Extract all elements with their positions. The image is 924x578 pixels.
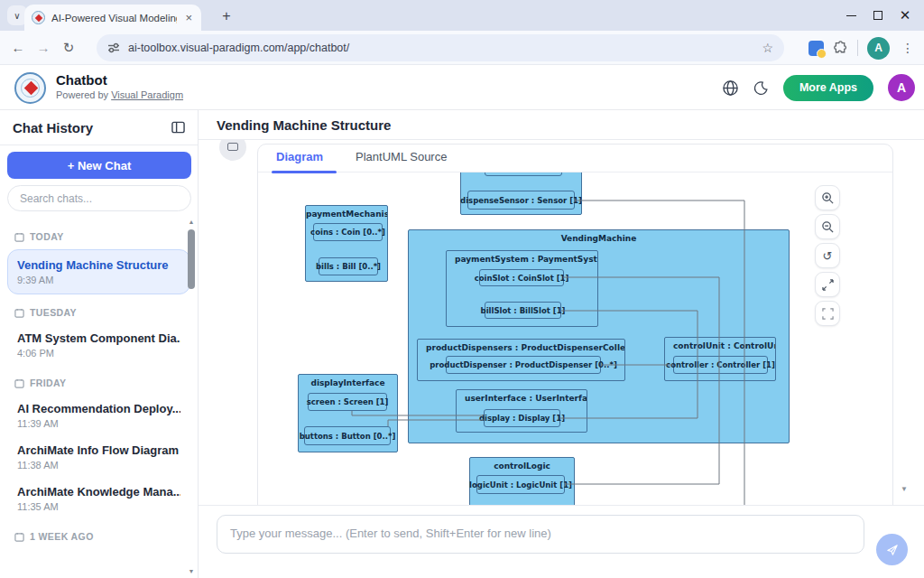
collapse-sidebar-icon[interactable]	[171, 121, 185, 134]
window-minimize-button[interactable]	[837, 3, 864, 28]
powered-by-text: Powered by Visual Paradigm	[56, 89, 183, 100]
visual-paradigm-logo-icon	[14, 72, 46, 104]
minimize-icon	[846, 15, 856, 16]
extension-badge-icon[interactable]	[808, 41, 824, 56]
chat-history-item[interactable]: ArchiMate Info Flow Diagram11:38 AM	[7, 437, 190, 477]
site-favicon-icon	[32, 11, 45, 24]
chat-group-label: 1 WEEK AGO	[14, 531, 183, 542]
search-chats-input[interactable]	[7, 185, 191, 211]
browser-menu-icon[interactable]: ⋮	[899, 41, 917, 55]
browser-tab[interactable]: AI-Powered Visual Modeling Ch ×	[24, 5, 201, 31]
paper-plane-icon	[885, 543, 900, 557]
uml-title: controlLogic	[470, 458, 574, 471]
uml-part-logicunit: logicUnit : LogicUnit [1]	[476, 475, 565, 494]
uml-part-coins: coins : Coin [0..*]	[313, 223, 383, 241]
back-icon[interactable]: ←	[5, 40, 31, 55]
address-bar[interactable]: ai-toolbox.visual-paradigm.com/app/chatb…	[97, 34, 784, 61]
window-maximize-button[interactable]	[864, 3, 892, 28]
chat-history-item[interactable]: ATM System Component Dia...4:06 PM	[7, 325, 190, 365]
expand-view-button[interactable]	[815, 272, 840, 297]
uml-part-buttons: buttons : Button [0..*]	[304, 426, 391, 445]
uml-title: paymentSystem : PaymentSystem [1]	[447, 251, 597, 264]
scroll-up-icon[interactable]: ▲	[187, 219, 196, 225]
new-chat-button[interactable]: + New Chat	[7, 152, 191, 179]
assistant-avatar	[219, 140, 246, 161]
more-apps-button[interactable]: More Apps	[783, 75, 873, 101]
visual-paradigm-link[interactable]: Visual Paradigm	[111, 89, 183, 100]
uml-part-bills: bills : Bill [0..*]	[319, 257, 378, 275]
dark-mode-moon-icon[interactable]	[753, 80, 769, 96]
chat-history-sidebar: Chat History + New Chat TODAYVending Mac…	[0, 110, 199, 578]
extensions-puzzle-icon[interactable]	[833, 41, 848, 56]
conversation-title: Vending Machine Structure	[217, 117, 391, 133]
uml-title: controlUnit : ControlUnit [1]	[665, 338, 775, 350]
site-settings-icon	[107, 42, 120, 54]
message-composer	[199, 505, 924, 577]
maximize-icon	[873, 11, 882, 20]
reload-icon[interactable]: ↻	[56, 40, 81, 56]
main-area: Vending Machine Structure Diagram PlantU…	[199, 110, 924, 578]
uml-title: paymentMechanism	[306, 206, 387, 219]
diagram-panel: Diagram PlantUML Source dispenseSensor :…	[257, 144, 893, 505]
forward-icon[interactable]: →	[31, 40, 56, 55]
chat-group-label: FRIDAY	[14, 378, 183, 388]
powered-by-prefix: Powered by	[56, 89, 111, 100]
uml-part-controller: controller : Controller [1]	[673, 356, 768, 374]
tab-close-icon[interactable]: ×	[183, 11, 194, 24]
uml-title: VendingMachine	[409, 230, 789, 243]
toolbar-separator	[857, 40, 858, 56]
bookmark-star-icon[interactable]: ☆	[762, 41, 773, 55]
chat-history-list: TODAYVending Machine Structure9:39 AMTUE…	[0, 211, 198, 542]
reset-view-button[interactable]: ↺	[815, 243, 840, 268]
window-close-button[interactable]: ✕	[892, 3, 919, 28]
fullscreen-button[interactable]	[815, 301, 840, 326]
chat-history-item[interactable]: Vending Machine Structure9:39 AM	[7, 249, 190, 294]
sidebar-scrollbar[interactable]: ▲ ▼	[187, 219, 196, 574]
diagram-zoom-controls: ↺	[815, 185, 840, 326]
url-text: ai-toolbox.visual-paradigm.com/app/chatb…	[128, 42, 753, 54]
scrollbar-thumb[interactable]	[188, 229, 195, 289]
uml-part-coinslot: coinSlot : CoinSlot [1]	[479, 269, 564, 286]
chat-scroll-down-icon[interactable]: ▼	[901, 485, 908, 493]
uml-part-productdispenser: productDispenser : ProductDispenser [0..…	[446, 356, 601, 374]
uml-part-partial	[485, 172, 562, 176]
chat-history-item[interactable]: ArchiMate Knowledge Mana...11:35 AM	[7, 479, 190, 518]
uml-part-screen: screen : Screen [1]	[308, 393, 387, 411]
chat-history-item[interactable]: AI Recommendation Deploy...11:39 AM	[7, 396, 190, 435]
tab-diagram[interactable]: Diagram	[276, 150, 323, 163]
tab-title: AI-Powered Visual Modeling Ch	[51, 13, 177, 23]
diagram-canvas[interactable]: dispenseSensor : Sensor [1] paymentMecha…	[258, 172, 892, 505]
uml-title: displayInterface	[299, 375, 397, 387]
browser-toolbar: ← → ↻ ai-toolbox.visual-paradigm.com/app…	[0, 31, 924, 65]
message-input[interactable]	[217, 515, 864, 554]
send-button[interactable]	[876, 534, 908, 565]
tab-plantuml-source[interactable]: PlantUML Source	[356, 150, 447, 163]
new-tab-button[interactable]: +	[217, 6, 236, 26]
browser-profile-avatar[interactable]: A	[867, 37, 890, 60]
uml-part-billslot: billSlot : BillSlot [1]	[485, 302, 561, 319]
chat-group-label: TODAY	[14, 231, 183, 242]
chat-message-area: Diagram PlantUML Source dispenseSensor :…	[199, 140, 924, 505]
chat-group-label: TUESDAY	[14, 307, 183, 318]
app-header: Chatbot Powered by Visual Paradigm More …	[0, 65, 924, 110]
uml-part-display: display : Display [1]	[484, 409, 560, 427]
scroll-down-icon[interactable]: ▼	[187, 568, 196, 574]
uml-title: productDispensers : ProductDispenserColl…	[418, 340, 624, 352]
app-title: Chatbot	[56, 72, 107, 88]
bot-icon	[227, 143, 238, 151]
uml-title: userInterface : UserInterface [1]	[457, 390, 587, 403]
zoom-out-button[interactable]	[815, 214, 840, 239]
zoom-in-button[interactable]	[815, 185, 840, 210]
sidebar-title: Chat History	[13, 120, 171, 135]
browser-tab-strip: ∨ AI-Powered Visual Modeling Ch × + ✕	[0, 0, 924, 31]
language-globe-icon[interactable]	[722, 79, 739, 97]
user-avatar[interactable]: A	[888, 74, 915, 101]
uml-part-dispensesensor: dispenseSensor : Sensor [1]	[467, 191, 575, 210]
